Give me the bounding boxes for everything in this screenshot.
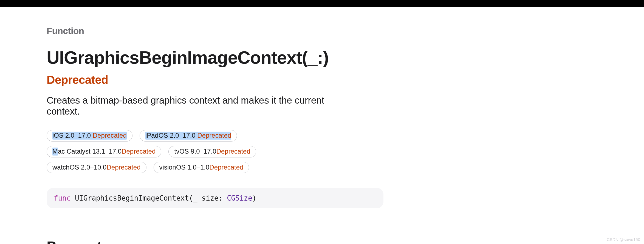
pill-status: Deprecated — [216, 148, 250, 156]
pill-platform: visionOS 1.0–1.0 — [159, 163, 210, 171]
pill-platform: watchOS 2.0–10.0 — [52, 163, 106, 171]
code-type: CGSize — [227, 194, 252, 202]
pill-status: Deprecated — [209, 163, 243, 171]
title-row: UIGraphicsBeginImageContext(_:) Deprecat… — [47, 47, 337, 87]
pill-platform: iOS 2.0–17.0 Deprecated — [52, 132, 127, 140]
main-content: Function UIGraphicsBeginImageContext(_:)… — [0, 7, 384, 244]
availability-pill: iOS 2.0–17.0 Deprecated — [47, 130, 132, 142]
declaration-code: func UIGraphicsBeginImageContext(_ size:… — [47, 188, 383, 208]
pill-platform: iPadOS 2.0–17.0 Deprecated — [145, 132, 231, 140]
availability-pill: visionOS 1.0–1.0 Deprecated — [154, 162, 249, 173]
pill-platform: tvOS 9.0–17.0 — [174, 148, 216, 156]
code-anon: _ — [193, 194, 197, 202]
pill-status: Deprecated — [122, 148, 156, 156]
parameters-heading: Parameters — [47, 238, 337, 244]
watermark: CSDN @suwu150 — [607, 237, 640, 242]
page-title: UIGraphicsBeginImageContext(_:) — [47, 47, 329, 68]
code-close: ) — [252, 194, 256, 202]
availability-pills: iOS 2.0–17.0 DeprecatediPadOS 2.0–17.0 D… — [47, 130, 337, 173]
summary-text: Creates a bitmap-based graphics context … — [47, 95, 337, 117]
section-divider — [47, 222, 383, 222]
code-colon: : — [218, 194, 227, 202]
code-name: UIGraphicsBeginImageContext( — [71, 194, 193, 202]
pill-status: Deprecated — [93, 132, 127, 139]
availability-pill: watchOS 2.0–10.0 Deprecated — [47, 162, 146, 173]
pill-platform-first-char: M — [52, 148, 58, 156]
pill-status: Deprecated — [106, 163, 140, 171]
availability-pill: Mac Catalyst 13.1–17.0 Deprecated — [47, 146, 161, 157]
code-param: size — [197, 194, 218, 202]
pill-platform-rest: ac Catalyst 13.1–17.0 — [58, 148, 122, 156]
availability-pill: iPadOS 2.0–17.0 Deprecated — [140, 130, 237, 142]
eyebrow-label: Function — [47, 26, 337, 36]
deprecated-badge: Deprecated — [47, 73, 108, 87]
pill-status: Deprecated — [197, 132, 231, 139]
top-nav-bar — [0, 0, 644, 7]
availability-pill: tvOS 9.0–17.0 Deprecated — [168, 146, 256, 157]
code-keyword: func — [54, 194, 71, 202]
